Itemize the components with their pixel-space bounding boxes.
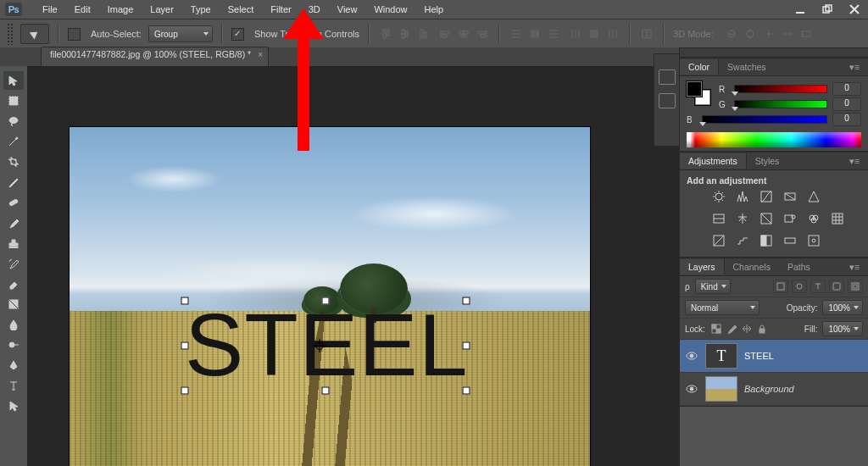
distribute-top-button[interactable] bbox=[509, 26, 524, 42]
align-left-edges-button[interactable] bbox=[437, 26, 453, 42]
slide-3d-button[interactable] bbox=[780, 26, 795, 42]
move-tool[interactable] bbox=[3, 71, 24, 90]
distribute-left-button[interactable] bbox=[568, 26, 583, 42]
menu-help[interactable]: Help bbox=[416, 1, 453, 18]
menu-image[interactable]: Image bbox=[99, 1, 142, 18]
auto-select-target-dropdown[interactable]: Group bbox=[148, 25, 213, 42]
panel-menu-icon[interactable]: ▾≡ bbox=[841, 259, 868, 275]
layer-thumbnail[interactable] bbox=[705, 376, 737, 402]
filter-pixel-icon[interactable] bbox=[773, 280, 788, 293]
menu-file[interactable]: File bbox=[34, 1, 66, 18]
tab-layers[interactable]: Layers bbox=[680, 259, 725, 275]
layer-name[interactable]: Background bbox=[744, 384, 794, 394]
magic-wand-tool[interactable] bbox=[3, 132, 24, 151]
vibrance-icon[interactable] bbox=[805, 189, 822, 204]
posterize-icon[interactable] bbox=[734, 233, 751, 248]
eyedropper-tool[interactable] bbox=[3, 173, 24, 191]
panel-menu-icon[interactable]: ▾≡ bbox=[841, 153, 868, 169]
document-tab[interactable]: file0001477487882.jpg @ 100% (STEEL, RGB… bbox=[41, 47, 269, 66]
menu-filter[interactable]: Filter bbox=[262, 1, 299, 18]
window-close-button[interactable] bbox=[841, 0, 868, 19]
menu-select[interactable]: Select bbox=[220, 1, 263, 18]
align-horizontal-centers-button[interactable] bbox=[456, 26, 471, 42]
crop-tool[interactable] bbox=[3, 153, 24, 171]
align-vertical-centers-button[interactable] bbox=[397, 26, 412, 42]
tab-swatches[interactable]: Swatches bbox=[719, 59, 775, 75]
distribute-hcenter-button[interactable] bbox=[587, 26, 602, 42]
clone-stamp-tool[interactable] bbox=[3, 234, 24, 252]
canvas[interactable]: STEEL bbox=[70, 127, 590, 466]
auto-align-button[interactable] bbox=[639, 26, 654, 42]
g-value[interactable]: 0 bbox=[832, 97, 861, 111]
eraser-tool[interactable] bbox=[3, 275, 24, 293]
visibility-toggle[interactable] bbox=[685, 352, 698, 360]
filter-shape-icon[interactable] bbox=[829, 280, 844, 293]
menu-view[interactable]: View bbox=[329, 1, 366, 18]
type-tool[interactable] bbox=[3, 376, 24, 395]
tab-styles[interactable]: Styles bbox=[747, 153, 788, 169]
exposure-icon[interactable] bbox=[782, 189, 798, 204]
filter-type-icon[interactable] bbox=[810, 280, 826, 293]
brightness-contrast-icon[interactable] bbox=[710, 189, 727, 204]
layer-filter-kind-icon[interactable]: ρ bbox=[685, 282, 690, 291]
spot-heal-tool[interactable] bbox=[3, 193, 24, 212]
tab-channels[interactable]: Channels bbox=[725, 259, 779, 275]
menu-type[interactable]: Type bbox=[182, 1, 220, 18]
document-area[interactable]: STEEL bbox=[27, 66, 680, 466]
marquee-tool[interactable] bbox=[3, 92, 24, 110]
window-minimize-button[interactable] bbox=[787, 0, 814, 19]
dodge-tool[interactable] bbox=[3, 336, 24, 354]
layer-item[interactable]: T STEEL bbox=[680, 340, 868, 373]
b-slider[interactable] bbox=[702, 115, 827, 124]
visibility-toggle[interactable] bbox=[685, 385, 698, 393]
align-top-edges-button[interactable] bbox=[378, 26, 393, 42]
canvas-text-layer[interactable]: STEEL bbox=[185, 301, 468, 389]
distribute-right-button[interactable] bbox=[605, 26, 620, 42]
document-tab-close-icon[interactable]: × bbox=[258, 50, 263, 59]
brush-tool[interactable] bbox=[3, 214, 24, 232]
levels-icon[interactable] bbox=[734, 189, 751, 204]
collapsed-panel-button[interactable] bbox=[659, 93, 676, 108]
menu-layer[interactable]: Layer bbox=[142, 1, 182, 18]
fg-bg-swatches[interactable] bbox=[687, 81, 710, 105]
path-select-tool[interactable] bbox=[3, 397, 24, 415]
active-tool-preset[interactable] bbox=[20, 24, 49, 44]
pan-3d-button[interactable] bbox=[761, 26, 776, 42]
orbit-3d-button[interactable] bbox=[724, 26, 739, 42]
lock-transparency-icon[interactable] bbox=[710, 323, 722, 335]
r-value[interactable]: 0 bbox=[832, 82, 861, 96]
foreground-color-swatch[interactable] bbox=[687, 81, 702, 97]
options-grip-icon[interactable] bbox=[7, 23, 14, 45]
fill-input[interactable]: 100% bbox=[822, 321, 863, 336]
r-slider[interactable] bbox=[734, 85, 827, 93]
tab-paths[interactable]: Paths bbox=[779, 259, 819, 275]
color-spectrum[interactable] bbox=[687, 132, 861, 147]
zoom-3d-button[interactable] bbox=[798, 26, 814, 42]
window-restore-button[interactable] bbox=[814, 0, 841, 19]
hue-sat-icon[interactable] bbox=[710, 211, 727, 226]
blur-tool[interactable] bbox=[3, 315, 24, 334]
opacity-input[interactable]: 100% bbox=[822, 300, 863, 315]
distribute-bottom-button[interactable] bbox=[546, 26, 561, 42]
gradient-map-icon[interactable] bbox=[782, 233, 798, 248]
layer-thumbnail[interactable]: T bbox=[705, 343, 737, 369]
filter-adjustment-icon[interactable] bbox=[792, 280, 807, 293]
photo-filter-icon[interactable] bbox=[782, 211, 798, 226]
color-lookup-icon[interactable] bbox=[829, 211, 846, 226]
menu-window[interactable]: Window bbox=[365, 1, 415, 18]
channel-mixer-icon[interactable] bbox=[805, 211, 822, 226]
roll-3d-button[interactable] bbox=[743, 26, 758, 42]
filter-smart-icon[interactable] bbox=[848, 280, 863, 293]
auto-select-checkbox[interactable] bbox=[68, 28, 81, 41]
g-slider[interactable] bbox=[734, 100, 827, 108]
lock-image-icon[interactable] bbox=[726, 323, 737, 335]
menu-edit[interactable]: Edit bbox=[66, 1, 99, 18]
invert-icon[interactable] bbox=[710, 233, 727, 248]
color-balance-icon[interactable] bbox=[734, 211, 751, 226]
align-bottom-edges-button[interactable] bbox=[415, 26, 431, 42]
history-brush-tool[interactable] bbox=[3, 254, 24, 273]
curves-icon[interactable] bbox=[758, 189, 775, 204]
distribute-vcenter-button[interactable] bbox=[527, 26, 542, 42]
panel-menu-icon[interactable]: ▾≡ bbox=[841, 59, 868, 75]
tab-color[interactable]: Color bbox=[680, 59, 719, 75]
